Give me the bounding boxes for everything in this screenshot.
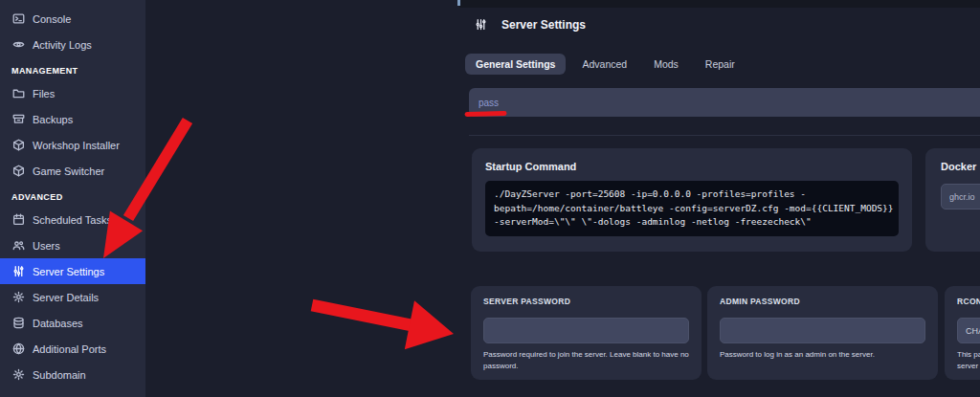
- sidebar-item-label: Databases: [33, 318, 83, 329]
- page-title: Server Settings: [501, 18, 586, 32]
- sidebar: ConsoleActivity LogsMANAGEMENTFilesBacku…: [0, 0, 145, 397]
- rcon-help-line-1: This pa: [957, 349, 980, 361]
- sidebar-item-activity-logs[interactable]: Activity Logs: [0, 32, 145, 57]
- rcon-password-input[interactable]: [957, 318, 980, 343]
- users-icon: [11, 238, 26, 253]
- startup-command-card: Startup Command ./DayZServer -port=25608…: [472, 148, 912, 252]
- tab-general-settings[interactable]: General Settings: [465, 54, 566, 75]
- server-password-card: SERVER PASSWORD Password required to joi…: [471, 286, 702, 380]
- sidebar-item-label: Backups: [33, 114, 73, 125]
- gear-icon: [11, 290, 26, 304]
- rcon-card: RCON This pa server: [945, 286, 980, 380]
- server-password-label: SERVER PASSWORD: [483, 297, 689, 306]
- sidebar-item-backups[interactable]: Backups: [0, 106, 145, 132]
- sidebar-item-additional-ports[interactable]: Additional Ports: [0, 336, 145, 362]
- admin-password-input[interactable]: [720, 318, 925, 343]
- tab-mods[interactable]: Mods: [643, 54, 689, 75]
- rcon-help-line-2: server: [957, 361, 980, 372]
- server-panel-page: ConsoleActivity LogsMANAGEMENTFilesBacku…: [0, 0, 980, 397]
- globe-icon: [11, 342, 26, 356]
- sidebar-item-label: Server Settings: [33, 266, 104, 277]
- docker-image-input[interactable]: [941, 184, 980, 210]
- sidebar-item-workshop-installer[interactable]: Workshop Installer: [0, 132, 145, 158]
- sidebar-item-databases[interactable]: Databases: [0, 310, 145, 336]
- database-icon: [11, 316, 26, 330]
- docker-title: Docker: [941, 161, 980, 172]
- admin-password-help: Password to log in as an admin on the se…: [720, 349, 925, 361]
- startup-command-code: ./DayZServer -port=25608 -ip=0.0.0.0 -pr…: [485, 181, 899, 236]
- sliders-icon: [475, 17, 489, 32]
- docker-card: Docker: [925, 148, 980, 252]
- server-password-help: Password required to join the server. Le…: [483, 349, 689, 371]
- archive-icon: [11, 112, 26, 126]
- sidebar-item-label: Subdomain: [33, 369, 86, 381]
- scrollbar-tick: [457, 0, 460, 6]
- sidebar-item-label: Server Details: [33, 292, 99, 303]
- sidebar-item-subdomain[interactable]: Subdomain: [0, 362, 145, 387]
- section-divider: [469, 135, 980, 136]
- annotation-arrow-password: [312, 300, 454, 349]
- eye-icon: [11, 37, 26, 52]
- page-header: Server Settings: [475, 17, 586, 32]
- sidebar-item-label: Users: [33, 240, 60, 252]
- sidebar-item-label: Console: [33, 13, 71, 25]
- tab-bar: General SettingsAdvancedModsRepair: [465, 54, 746, 75]
- top-strip: [459, 0, 980, 8]
- sidebar-item-server-details[interactable]: Server Details: [0, 284, 145, 310]
- sidebar-item-label: Files: [33, 88, 55, 99]
- rcon-help: This pa server: [957, 349, 980, 371]
- folder-icon: [11, 86, 26, 100]
- cube-icon: [11, 164, 26, 178]
- sidebar-section-management: MANAGEMENT: [0, 57, 145, 80]
- sidebar-item-users[interactable]: Users: [0, 232, 145, 258]
- server-password-input[interactable]: [483, 318, 689, 343]
- sidebar-item-label: Scheduled Tasks: [33, 214, 112, 226]
- sidebar-item-console[interactable]: Console: [0, 6, 145, 32]
- sidebar-item-label: Workshop Installer: [33, 140, 120, 151]
- sidebar-item-label: Additional Ports: [33, 343, 106, 355]
- sidebar-item-server-settings[interactable]: Server Settings: [0, 258, 145, 284]
- admin-password-card: ADMIN PASSWORD Password to log in as an …: [707, 286, 938, 380]
- sidebar-item-scheduled-tasks[interactable]: Scheduled Tasks: [0, 207, 145, 232]
- cube-icon: [11, 138, 26, 152]
- sidebar-item-label: Game Switcher: [33, 165, 104, 177]
- sidebar-item-label: Activity Logs: [33, 39, 92, 51]
- console-icon: [11, 11, 26, 26]
- calendar-icon: [11, 212, 26, 227]
- sliders-icon: [11, 264, 26, 278]
- admin-password-label: ADMIN PASSWORD: [720, 297, 925, 306]
- sidebar-item-game-switcher[interactable]: Game Switcher: [0, 158, 145, 184]
- gear-icon: [11, 367, 26, 382]
- tab-advanced[interactable]: Advanced: [571, 54, 637, 75]
- tab-repair[interactable]: Repair: [695, 54, 746, 75]
- startup-command-title: Startup Command: [485, 161, 899, 172]
- sidebar-section-advanced: ADVANCED: [0, 184, 145, 207]
- sidebar-item-files[interactable]: Files: [0, 80, 145, 106]
- rcon-label: RCON: [957, 297, 980, 306]
- search-input[interactable]: [469, 88, 980, 117]
